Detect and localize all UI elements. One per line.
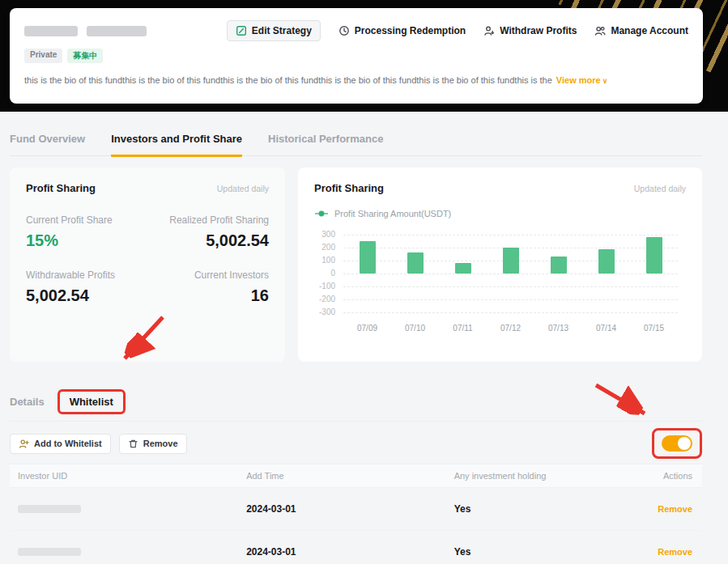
tab-investors-profit-share[interactable]: Investors and Profit Share [111,133,242,157]
chart-ytick-label: 200 [314,243,335,252]
chart-xtick-label: 07/15 [630,324,678,333]
chart-legend: Profit Sharing Amount(USDT) [314,209,686,218]
withdraw-profits-label: Withdraw Profits [500,25,577,36]
profit-sharing-stats-card: Profit Sharing Updated daily Current Pro… [10,168,285,362]
main-tabs: Fund Overview Investors and Profit Share… [10,112,702,156]
person-plus-icon [19,439,29,449]
investor-uid-redacted [18,548,81,556]
legend-marker-icon [314,209,329,218]
fund-bio-text: this is the bio of this fundthis is the … [24,75,552,85]
current-investors-label: Current Investors [147,269,269,281]
badge-recruiting: 募集中 [67,49,103,63]
chart-xtick-label: 07/10 [391,324,439,333]
withdrawable-profits-value: 5,002.54 [26,286,147,305]
whitelist-toggle[interactable] [662,435,692,452]
subtab-details[interactable]: Details [10,396,45,408]
annotation-box-whitelist: Whitelist [57,389,126,414]
manage-account-label: Manage Account [611,25,688,36]
toggle-knob [678,437,691,450]
add-to-whitelist-label: Add to Whitelist [34,439,102,448]
chart-xtick-label: 07/12 [487,324,534,333]
edit-strategy-label: Edit Strategy [252,25,312,36]
chart-xtick-label: 07/13 [534,324,582,333]
header-investor-uid: Investor UID [10,464,238,488]
chart-gridline [343,312,678,313]
chart-ytick-label: 300 [314,230,335,240]
realized-profit-sharing-value: 5,002.54 [147,231,269,250]
caret-down-icon: ∨ [602,77,608,85]
header-add-time: Add Time [238,464,446,488]
chart-bar [407,252,424,274]
chart-bar [360,241,376,274]
chart-bar [455,263,471,274]
view-more-link[interactable]: View more∨ [556,75,607,85]
current-investors-stat: Current Investors 16 [147,269,269,305]
chart-card-title: Profit Sharing [314,182,384,194]
redemption-icon [338,25,350,36]
realized-profit-sharing-stat: Realized Profit Sharing 5,002.54 [147,214,269,250]
withdraw-profits-button[interactable]: Withdraw Profits [483,25,577,36]
fund-management-page: Edit Strategy Processing Redemption With… [0,0,728,564]
chart-plot-area [343,235,678,312]
chart-gridline [343,235,678,235]
annotation-box-toggle [652,428,702,459]
investor-uid-redacted [18,505,81,513]
edit-strategy-button[interactable]: Edit Strategy [227,20,321,41]
chart-bar [598,249,615,274]
holding-cell: Yes [446,531,633,564]
subtab-whitelist[interactable]: Whitelist [70,396,113,408]
processing-redemption-button[interactable]: Processing Redemption [338,25,466,36]
withdrawable-profits-stat: Withdrawable Profits 5,002.54 [26,269,147,305]
remove-button-label: Remove [143,439,178,448]
chart-ytick-label: 100 [314,256,335,265]
chart-ytick-label: -200 [314,295,335,304]
header-actions: Actions [632,464,702,488]
fund-name-blur-2 [87,26,147,36]
header-actions: Edit Strategy Processing Redemption With… [227,20,688,41]
account-icon [594,25,606,36]
fund-name-blur-1 [24,26,78,36]
table-header-row: Investor UID Add Time Any investment hol… [10,464,702,488]
legend-label: Profit Sharing Amount(USDT) [334,209,451,218]
chart-gridline [343,274,678,274]
chart-gridline [343,286,678,287]
chart-bar [551,257,567,274]
chart-gridline [343,299,678,300]
profit-sharing-bar-chart: 3002001000-100-200-300 07/0907/1007/1107… [314,231,686,338]
holding-cell: Yes [446,488,633,531]
edit-icon [236,25,247,36]
add-time-cell: 2024-03-01 [238,531,446,564]
tab-fund-overview[interactable]: Fund Overview [10,133,85,155]
chart-ytick-label: -100 [314,282,335,291]
chart-xtick-label: 07/14 [582,324,630,333]
main-content: Fund Overview Investors and Profit Share… [0,112,728,564]
fund-header-card: Edit Strategy Processing Redemption With… [10,8,703,104]
remove-link[interactable]: Remove [658,504,692,514]
chart-ytick-label: -300 [314,307,335,317]
table-row: 2024-03-01 Yes Remove [10,531,702,564]
add-to-whitelist-button[interactable]: Add to Whitelist [10,434,111,454]
section-divider [10,421,702,422]
withdraw-icon [483,25,495,36]
stats-card-title: Profit Sharing [26,182,96,194]
chart-bar [503,248,519,274]
chart-updated-label: Updated daily [634,184,686,193]
remove-button[interactable]: Remove [119,434,187,454]
whitelist-toolbar: Add to Whitelist Remove [10,428,702,459]
realized-profit-sharing-label: Realized Profit Sharing [147,214,269,226]
manage-account-button[interactable]: Manage Account [594,25,688,36]
chart-xtick-label: 07/11 [439,324,487,333]
remove-link[interactable]: Remove [658,547,692,557]
header-investment-holding: Any investment holding [446,464,633,488]
trash-icon [128,439,138,449]
fund-badges: Private 募集中 [24,49,688,63]
detail-subtabs: Details Whitelist [10,389,702,414]
chart-ytick-label: 0 [314,269,335,278]
processing-redemption-label: Processing Redemption [355,25,466,36]
chart-y-axis: 3002001000-100-200-300 [314,235,335,312]
withdrawable-profits-label: Withdrawable Profits [26,269,147,281]
add-time-cell: 2024-03-01 [238,488,446,531]
chart-bar [646,237,662,274]
tab-historical-performance[interactable]: Historical Performance [268,133,383,155]
chart-x-axis: 07/0907/1007/1107/1207/1307/1407/15 [343,324,678,333]
